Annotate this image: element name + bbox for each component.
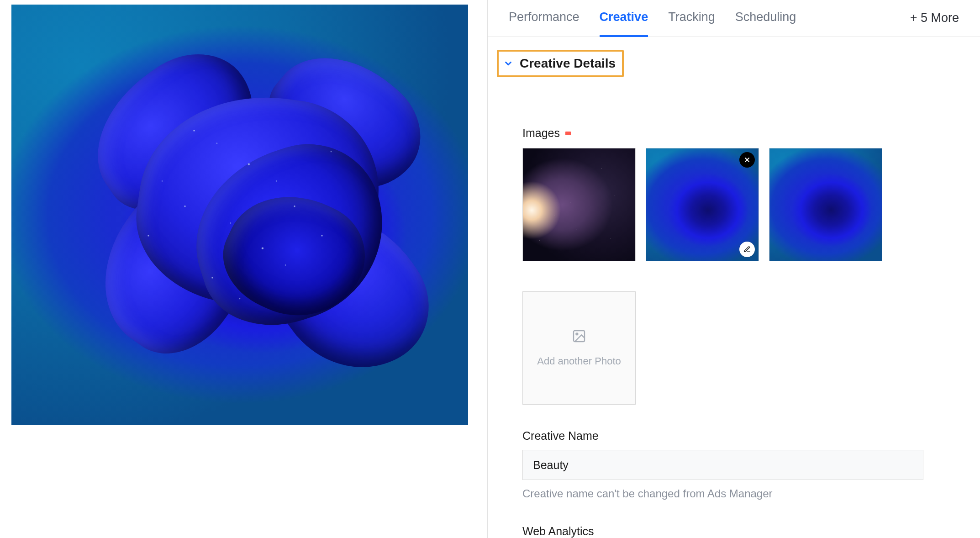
tab-creative[interactable]: Creative — [600, 10, 648, 37]
nebula-image — [523, 148, 635, 261]
image-icon — [572, 329, 586, 345]
svg-point-3 — [576, 333, 578, 335]
edit-image-button[interactable] — [739, 242, 755, 257]
creative-preview — [11, 5, 468, 425]
creative-details-accordion[interactable]: Creative Details — [497, 50, 624, 77]
tab-scheduling[interactable]: Scheduling — [735, 10, 796, 37]
tabs-more[interactable]: + 5 More — [910, 11, 959, 36]
close-icon — [743, 156, 751, 164]
tab-performance[interactable]: Performance — [509, 10, 580, 37]
add-photo-label: Add another Photo — [537, 355, 621, 367]
image-thumbnail[interactable] — [646, 148, 759, 261]
add-photo-tile[interactable]: Add another Photo — [522, 291, 636, 405]
tab-tracking[interactable]: Tracking — [668, 10, 715, 37]
web-analytics-label: Web Analytics — [522, 525, 959, 538]
pencil-icon — [743, 246, 751, 253]
images-label: Images — [522, 127, 560, 140]
image-thumbnail[interactable] — [522, 148, 636, 261]
accordion-title: Creative Details — [520, 56, 616, 71]
chevron-down-icon — [503, 58, 513, 69]
remove-image-button[interactable] — [739, 152, 755, 168]
creative-name-label: Creative Name — [522, 429, 959, 443]
creative-name-input[interactable] — [522, 450, 923, 480]
required-indicator-icon — [565, 132, 571, 135]
creative-name-hint: Creative name can't be changed from Ads … — [522, 487, 959, 500]
image-thumbnail[interactable] — [769, 148, 882, 261]
blue-rose-image — [769, 148, 882, 261]
